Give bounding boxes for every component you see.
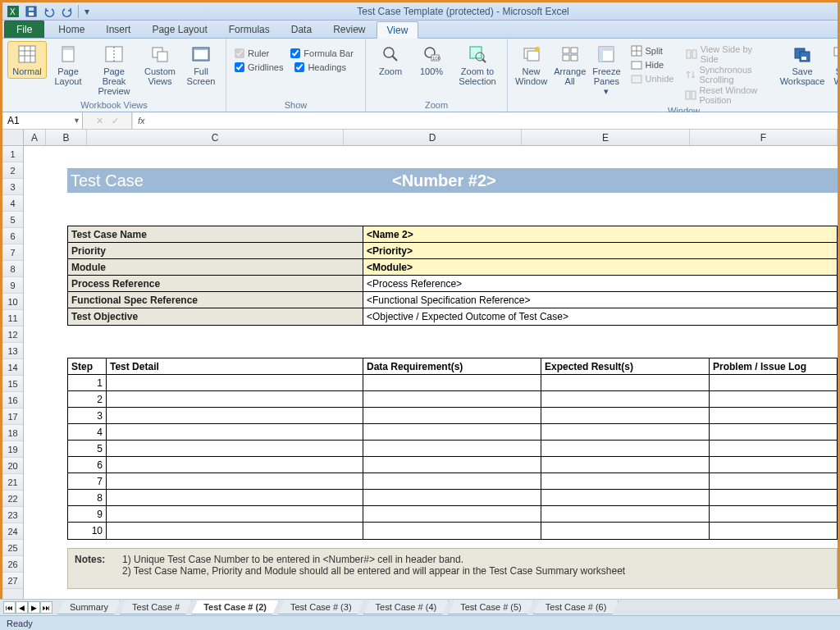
table-cell[interactable] [107,490,363,505]
page-break-preview-button[interactable]: Page Break Preview [89,41,139,98]
table-cell[interactable] [107,375,363,390]
sheet-nav-prev-icon[interactable]: ◀ [16,601,28,614]
row-header[interactable]: 3 [2,179,23,195]
worksheet-area[interactable]: 1234567891011121314151617181920212223242… [2,146,838,609]
table-cell[interactable] [710,473,837,489]
fx-icon[interactable]: fx [138,116,145,126]
row-header[interactable]: 14 [2,359,23,376]
tab-home[interactable]: Home [48,21,95,38]
table-cell[interactable] [107,441,363,456]
arrange-all-button[interactable]: Arrange All [551,41,588,89]
sheet-nav-first-icon[interactable]: ⏮ [3,601,16,614]
tab-view[interactable]: View [377,21,419,39]
row-header[interactable]: 19 [2,441,23,458]
table-cell[interactable] [541,408,710,423]
table-cell[interactable] [363,408,541,423]
table-cell[interactable] [363,506,541,522]
row-header[interactable]: 13 [2,343,23,359]
row-header[interactable]: 21 [2,474,23,491]
row-header[interactable]: 6 [2,228,23,244]
cells-grid[interactable]: Test Case <Number #2> Test Case Name<Nam… [24,146,838,609]
table-cell[interactable] [710,441,837,456]
table-cell[interactable]: 10 [68,523,107,539]
table-cell[interactable] [541,473,710,489]
row-header[interactable]: 11 [2,310,23,326]
headings-checkbox[interactable]: Headings [291,62,349,73]
sheet-tab[interactable]: Test Case # (6) [533,600,619,614]
table-cell[interactable] [710,424,837,440]
row-header[interactable]: 27 [2,573,23,589]
zoom-button[interactable]: Zoom [371,41,410,79]
tab-review[interactable]: Review [322,21,376,38]
row-header[interactable]: 10 [2,294,23,310]
excel-icon[interactable]: X [6,4,21,19]
table-cell[interactable] [107,523,363,539]
row-header[interactable]: 12 [2,326,23,343]
row-header[interactable]: 18 [2,425,23,441]
table-cell[interactable]: 4 [68,424,107,440]
row-header[interactable]: 8 [2,261,23,277]
table-cell[interactable] [363,490,541,505]
table-cell[interactable]: 3 [68,408,107,423]
tab-page-layout[interactable]: Page Layout [141,21,217,38]
table-cell[interactable] [107,473,363,489]
page-layout-button[interactable]: Page Layout [48,41,88,89]
row-header[interactable]: 17 [2,409,23,425]
row-header[interactable]: 24 [2,523,23,540]
zoom-100-button[interactable]: 100 100% [412,41,451,79]
sheet-tab[interactable]: Test Case # (3) [278,600,364,614]
table-cell[interactable] [363,391,541,407]
table-cell[interactable] [710,523,837,539]
table-cell[interactable]: 6 [68,457,107,472]
sheet-tab[interactable]: Test Case # [120,600,192,614]
row-header[interactable]: 16 [2,392,23,409]
table-cell[interactable]: 1 [68,375,107,390]
row-header[interactable]: 9 [2,277,23,294]
info-value[interactable]: <Process Reference> [363,276,837,291]
table-cell[interactable]: 5 [68,441,107,456]
full-screen-button[interactable]: Full Screen [181,41,221,89]
sheet-tab[interactable]: Test Case # (5) [448,600,534,614]
table-cell[interactable] [107,506,363,522]
table-cell[interactable] [541,375,710,390]
info-value[interactable]: <Module> [363,259,837,275]
table-cell[interactable] [710,457,837,472]
table-cell[interactable] [107,408,363,423]
table-cell[interactable] [541,441,710,456]
table-cell[interactable]: 8 [68,490,107,505]
table-cell[interactable] [363,457,541,472]
freeze-panes-button[interactable]: Freeze Panes ▾ [590,41,623,98]
table-cell[interactable] [363,473,541,489]
row-header[interactable]: 22 [2,491,23,507]
table-cell[interactable]: 9 [68,506,107,522]
info-value[interactable]: <Objective / Expected Outcome of Test Ca… [363,308,837,325]
ruler-checkbox[interactable]: Ruler [231,48,272,59]
tab-data[interactable]: Data [281,21,322,38]
table-cell[interactable] [710,391,837,407]
row-header[interactable]: 20 [2,458,23,474]
tab-formulas[interactable]: Formulas [218,21,281,38]
zoom-to-selection-button[interactable]: Zoom to Selection [453,41,502,89]
redo-icon[interactable] [60,4,75,19]
formula-bar[interactable]: fx [132,112,838,129]
formula-bar-checkbox[interactable]: Formula Bar [287,48,357,59]
row-header[interactable]: 15 [2,376,23,392]
table-cell[interactable] [541,523,710,539]
table-cell[interactable] [710,490,837,505]
row-header[interactable]: 26 [2,556,23,573]
row-header[interactable]: 1 [2,146,23,162]
normal-view-button[interactable]: Normal [7,41,47,79]
column-header-D[interactable]: D [344,130,522,145]
sheet-tab[interactable]: Test Case # (4) [363,600,450,614]
qat-dropdown-icon[interactable]: ▾ [82,4,92,19]
sheet-nav-last-icon[interactable]: ⏭ [40,601,52,614]
table-cell[interactable] [107,457,363,472]
column-header-B[interactable]: B [46,130,87,145]
row-header[interactable]: 5 [2,212,23,228]
table-cell[interactable] [541,506,710,522]
sheet-nav-next-icon[interactable]: ▶ [28,601,40,614]
table-cell[interactable] [541,424,710,440]
split-button[interactable]: Split [628,44,676,57]
info-value[interactable]: <Priority> [363,243,837,258]
column-header-A[interactable]: A [24,130,46,145]
